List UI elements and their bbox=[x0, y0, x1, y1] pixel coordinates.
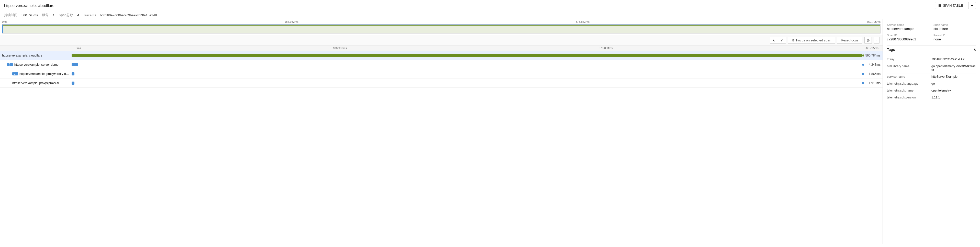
tag-key: telemetry.sdk.name bbox=[887, 89, 931, 92]
span-table-button[interactable]: ☰ SPAN TABLE bbox=[935, 2, 966, 9]
trace-toolbar: ∧ ∨ ⊕ Focus on selected span Reset focus… bbox=[0, 35, 883, 46]
th-ruler-560ms: 560.795ms bbox=[865, 46, 878, 49]
timeline-overview: 0ms 186.932ms 373.863ms 560.795ms bbox=[0, 19, 883, 35]
span-timeline-area: 560.784ms bbox=[72, 51, 883, 60]
tags-label: Tags bbox=[887, 48, 895, 52]
tags-table: cf.ray7961b2332f452aa1-LAXotel.library.n… bbox=[887, 56, 976, 101]
main-layout: 0ms 186.932ms 373.863ms 560.795ms ∧ ∨ bbox=[0, 19, 980, 244]
span-label: httpserverexample: server-demo bbox=[14, 63, 59, 67]
tag-value: 7961b2332f452aa1-LAX bbox=[931, 57, 976, 61]
span-label: httpserverexample: proxy#proxy-demo1#mai… bbox=[19, 72, 71, 76]
service-label: 服务 bbox=[42, 13, 49, 18]
menu-button[interactable]: ≡ bbox=[968, 2, 976, 9]
eye-icon: ◎ bbox=[867, 38, 870, 42]
tag-value: opentelemetry bbox=[931, 89, 976, 92]
nav-buttons: ∧ ∨ bbox=[770, 37, 786, 44]
th-ruler-0ms: 0ms bbox=[76, 46, 81, 49]
tag-key: cf.ray bbox=[887, 57, 931, 61]
tag-value: go.opentelemetry.io/otel/sdk/tracer bbox=[931, 64, 976, 72]
service-value: 1 bbox=[52, 13, 54, 17]
ruler-373ms: 373.863ms bbox=[576, 20, 589, 23]
tag-row: telemetry.sdk.version1.11.1 bbox=[887, 94, 976, 101]
span-timeline-area: 1.918ms bbox=[72, 78, 883, 88]
tag-value: go bbox=[931, 82, 976, 85]
span-badge: 3- bbox=[7, 63, 13, 66]
span-id-value: c7280783c06899d1 bbox=[887, 37, 929, 41]
span-id-label: Span ID bbox=[887, 34, 929, 37]
focus-icon: ⊕ bbox=[792, 38, 795, 42]
span-dot bbox=[862, 54, 864, 56]
reset-focus-button[interactable]: Reset focus bbox=[837, 37, 862, 44]
span-bar bbox=[72, 72, 75, 75]
tag-key: telemetry.sdk.version bbox=[887, 96, 931, 99]
parent-id-value: none bbox=[934, 37, 976, 41]
span-name-value: cloudflare bbox=[934, 27, 976, 31]
span-name-field: Span name cloudflare bbox=[934, 23, 976, 31]
focus-selected-button[interactable]: ⊕ Focus on selected span bbox=[788, 37, 835, 44]
table-icon: ☰ bbox=[938, 3, 941, 7]
span-row[interactable]: 3-httpserverexample: server-demo4.243ms bbox=[0, 60, 883, 69]
nav-down-button[interactable]: ∨ bbox=[778, 37, 786, 43]
page-header: httpserverexample: cloudflare ☰ SPAN TAB… bbox=[0, 0, 980, 11]
span-duration: 1.865ms bbox=[869, 72, 881, 76]
span-label: httpserverexample: proxy#proxy-demo2#mai… bbox=[12, 81, 64, 85]
chevron-right-button[interactable]: › bbox=[874, 37, 880, 44]
down-icon: ∨ bbox=[781, 38, 783, 42]
tag-key: telemetry.sdk.language bbox=[887, 82, 931, 85]
up-icon: ∧ bbox=[773, 38, 775, 42]
span-dot bbox=[862, 73, 864, 75]
tag-value: httpServerExample bbox=[931, 75, 976, 78]
timeline-ruler: 0ms 186.932ms 373.863ms 560.795ms bbox=[0, 19, 883, 24]
span-label: httpserverexample: cloudflare bbox=[2, 54, 42, 57]
span-bar bbox=[72, 63, 78, 66]
ruler-186ms: 186.932ms bbox=[285, 20, 298, 23]
trace-id-value: bc6160e7d60baf2c9ba92813fa15e148 bbox=[100, 13, 157, 17]
trace-header-row: 0ms 186.932ms 373.863ms 560.795ms bbox=[0, 46, 883, 51]
th-ruler-186ms: 186.932ms bbox=[333, 46, 347, 49]
span-timeline-area: 1.865ms bbox=[72, 69, 883, 78]
col-timeline-header: 0ms 186.932ms 373.863ms 560.795ms bbox=[74, 46, 881, 49]
tag-key: otel.library.name bbox=[887, 64, 931, 72]
tag-row: telemetry.sdk.nameopentelemetry bbox=[887, 87, 976, 94]
span-timeline-area: 4.243ms bbox=[72, 60, 883, 69]
left-panel: 0ms 186.932ms 373.863ms 560.795ms ∧ ∨ bbox=[0, 19, 883, 244]
service-name-label: Service name bbox=[887, 23, 929, 26]
span-name-label: Span name bbox=[934, 23, 976, 26]
span-row[interactable]: httpserverexample: proxy#proxy-demo2#mai… bbox=[0, 78, 883, 88]
duration-value: 560.795ms bbox=[21, 13, 38, 17]
span-duration: 560.784ms bbox=[865, 54, 881, 57]
span-rows-container: httpserverexample: cloudflare560.784ms3-… bbox=[0, 51, 883, 88]
menu-icon: ≡ bbox=[971, 3, 973, 7]
tags-collapse-icon: ∧ bbox=[974, 48, 976, 52]
span-name-col: httpserverexample: cloudflare bbox=[0, 54, 72, 57]
span-duration: 1.918ms bbox=[869, 81, 881, 85]
span-row[interactable]: 2-httpserverexample: proxy#proxy-demo1#m… bbox=[0, 69, 883, 78]
header-actions: ☰ SPAN TABLE ≡ bbox=[935, 2, 976, 9]
th-ruler-373ms: 373.863ms bbox=[599, 46, 612, 49]
tag-key: service.name bbox=[887, 75, 931, 78]
tag-row: cf.ray7961b2332f452aa1-LAX bbox=[887, 56, 976, 63]
eye-button[interactable]: ◎ bbox=[864, 37, 872, 44]
trace-content[interactable]: 0ms 186.932ms 373.863ms 560.795ms httpse… bbox=[0, 46, 883, 244]
ruler-560ms: 560.795ms bbox=[867, 20, 881, 23]
tags-header[interactable]: Tags ∧ bbox=[887, 45, 976, 54]
ruler-0ms: 0ms bbox=[2, 20, 7, 23]
span-badge: 2- bbox=[12, 72, 18, 75]
tag-row: otel.library.namego.opentelemetry.io/ote… bbox=[887, 63, 976, 73]
span-count-label: Span总数 bbox=[59, 13, 73, 18]
timeline-bar[interactable] bbox=[2, 24, 881, 33]
service-name-value: httpserverexample bbox=[887, 27, 929, 31]
right-panel: Service name httpserverexample Span name… bbox=[883, 19, 980, 244]
duration-label: 持续时间 bbox=[4, 13, 18, 18]
meta-bar: 持续时间 560.795ms 服务 1 Span总数 4 Trace ID bc… bbox=[0, 11, 980, 19]
span-id-field: Span ID c7280783c06899d1 bbox=[887, 34, 929, 41]
nav-up-button[interactable]: ∧ bbox=[770, 37, 778, 43]
span-name-col: 3-httpserverexample: server-demo bbox=[0, 63, 72, 67]
span-dot bbox=[862, 82, 864, 84]
service-name-field: Service name httpserverexample bbox=[887, 23, 929, 31]
span-row[interactable]: httpserverexample: cloudflare560.784ms bbox=[0, 51, 883, 60]
trace-id-label: Trace ID bbox=[83, 13, 95, 17]
tag-row: telemetry.sdk.languagego bbox=[887, 80, 976, 87]
tag-row: service.namehttpServerExample bbox=[887, 73, 976, 80]
page-title: httpserverexample: cloudflare bbox=[4, 3, 54, 8]
